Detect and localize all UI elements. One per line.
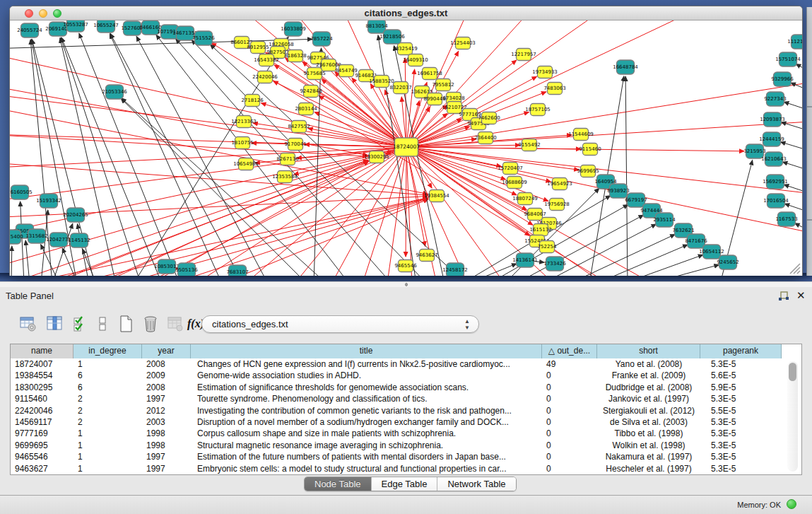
tab-node-table[interactable]: Node Table	[305, 477, 372, 491]
table-cell[interactable]: 0	[542, 451, 597, 462]
table-settings-button[interactable]	[18, 313, 39, 334]
table-cell[interactable]: 1997	[142, 451, 191, 462]
graph-node[interactable]: 8912955	[247, 42, 269, 54]
table-cell[interactable]: Yano et al. (2008)	[597, 358, 700, 370]
table-type-segmented-control[interactable]: Node Table Edge Table Network Table	[304, 477, 517, 491]
graph-node[interactable]: 2718126	[241, 95, 264, 107]
table-cell[interactable]: 0	[542, 370, 597, 381]
table-cell[interactable]: Structural magnetic resonance image aver…	[191, 440, 542, 451]
table-cell[interactable]: Embryonic stem cells: a model to study s…	[191, 463, 542, 474]
table-cell[interactable]: 1	[73, 358, 142, 370]
table-cell[interactable]: 5.3E-5	[700, 416, 782, 428]
graph-node[interactable]: 752254	[538, 241, 557, 253]
table-cell[interactable]: 0	[542, 440, 597, 451]
node-attribute-table[interactable]: name in_degree year title △ out_de... sh…	[10, 344, 802, 475]
graph-node[interactable]: 9242848	[300, 86, 322, 98]
graph-node[interactable]: 19734933	[532, 66, 558, 78]
table-cell[interactable]: 1997	[142, 393, 191, 404]
table-body[interactable]: 1872400712008Changes of HCN gene express…	[11, 358, 801, 474]
graph-node[interactable]: 16409310	[403, 54, 428, 66]
table-cell[interactable]: 1	[73, 440, 142, 451]
tab-network-table[interactable]: Network Table	[437, 477, 515, 491]
graph-node[interactable]: 12093873	[760, 112, 785, 127]
memory-ok-indicator[interactable]	[787, 499, 796, 509]
table-row[interactable]: 1830029562008Estimation of significance …	[11, 382, 801, 393]
graph-node[interactable]: 9505136	[175, 263, 198, 276]
graph-node[interactable]: 11254403	[450, 37, 476, 49]
scrollbar-thumb[interactable]	[789, 363, 796, 381]
graph-node[interactable]: 8267130	[276, 153, 298, 165]
table-row[interactable]: 2242004622012Investigating the contribut…	[11, 405, 801, 416]
table-cell[interactable]: 9699695	[11, 440, 73, 451]
graph-node[interactable]: 2935114	[653, 213, 676, 227]
graph-node[interactable]: 8427552	[288, 121, 310, 133]
graph-node[interactable]: 7857224	[310, 32, 333, 46]
column-header-out-degree[interactable]: △ out_de...	[542, 344, 597, 358]
table-cell[interactable]: 0	[542, 463, 597, 474]
graph-node[interactable]: 7483063	[543, 83, 565, 95]
graph-node[interactable]: 15692951	[763, 175, 788, 189]
table-row[interactable]: 1456911722003Disruption of a novel membe…	[11, 416, 801, 428]
window-resize-grip[interactable]	[790, 264, 800, 274]
table-cell[interactable]: 14569117	[11, 416, 73, 428]
panel-splitter[interactable]	[0, 281, 812, 287]
new-document-button[interactable]	[115, 313, 136, 334]
graph-node[interactable]: 1167533	[775, 212, 797, 226]
graph-node[interactable]: 2803144	[295, 103, 317, 115]
network-table-selector[interactable]: citations_edges.txt ▲▼	[201, 315, 479, 333]
table-cell[interactable]: Changes of HCN gene expression and I(f) …	[191, 358, 542, 370]
deselect-all-button[interactable]	[92, 313, 113, 334]
graph-node[interactable]: 9115460	[579, 144, 601, 156]
table-cell[interactable]: Wolkin et al. (1998)	[597, 440, 700, 451]
graph-node[interactable]: 11544609	[568, 129, 594, 141]
table-cell[interactable]: 5.6E-5	[700, 370, 782, 381]
table-cell[interactable]: 2	[73, 405, 142, 416]
table-row[interactable]: 1872400712008Changes of HCN gene express…	[11, 358, 801, 370]
graph-node[interactable]: 9463627	[416, 250, 437, 262]
table-cell[interactable]: Stergiakouli et al. (2012)	[597, 405, 700, 416]
graph-node[interactable]: 12444159	[759, 132, 784, 146]
network-canvas[interactable]: 1872400786601238912955182260589827503165…	[10, 21, 802, 276]
graph-node[interactable]: 1145132	[68, 233, 90, 247]
graph-node[interactable]: 11121044	[787, 35, 802, 49]
graph-node[interactable]: 15720407	[498, 163, 523, 175]
graph-node[interactable]: 16648784	[613, 60, 638, 74]
table-cell[interactable]: 0	[542, 405, 597, 416]
graph-node[interactable]: 7515526	[192, 31, 215, 45]
table-row[interactable]: 946554611997Estimation of the future num…	[11, 451, 801, 462]
table-cell[interactable]: 5.3E-5	[700, 393, 782, 404]
table-cell[interactable]: Nakamura et al. (1997)	[597, 451, 700, 462]
select-all-button[interactable]	[70, 313, 91, 334]
window-titlebar[interactable]: citations_edges.txt	[10, 6, 802, 21]
graph-node[interactable]: 24055724	[17, 23, 42, 37]
table-cell[interactable]: 0	[542, 428, 597, 439]
graph-node[interactable]: 9170041	[284, 139, 306, 151]
graph-node[interactable]: 19218506	[379, 30, 405, 44]
table-cell[interactable]: 9463627	[11, 463, 73, 474]
table-cell[interactable]: 9115460	[11, 393, 73, 404]
minimize-window-button[interactable]	[39, 9, 47, 18]
table-cell[interactable]: Dudbridge et al. (2008)	[597, 382, 700, 393]
graph-node[interactable]: 9699695	[577, 165, 599, 177]
graph-node[interactable]: 1315682	[25, 229, 47, 243]
column-header-short[interactable]: short	[597, 344, 700, 358]
graph-node[interactable]: 1810755	[231, 137, 253, 149]
graph-node[interactable]: 19384554	[424, 190, 449, 202]
table-cell[interactable]: 2	[73, 393, 142, 404]
table-cell[interactable]: Estimation of the future numbers of pati…	[191, 451, 542, 462]
float-panel-icon[interactable]	[778, 291, 789, 302]
table-cell[interactable]: 6	[73, 382, 142, 393]
table-cell[interactable]: Hescheler et al. (1997)	[597, 463, 700, 474]
table-cell[interactable]: 1998	[142, 428, 191, 439]
splitter-grip-icon[interactable]	[403, 283, 410, 286]
table-cell[interactable]: Investigating the contribution of common…	[191, 405, 542, 416]
graph-node[interactable]: 16210643	[761, 152, 787, 166]
network-graph[interactable]: 1872400786601238912955182260589827503165…	[10, 21, 802, 276]
column-header-pagerank[interactable]: pagerank	[700, 344, 782, 358]
graph-node[interactable]: 10553287	[63, 21, 88, 32]
table-row[interactable]: 977716911998Corpus callosum shape and si…	[11, 428, 801, 439]
graph-node[interactable]: 20204265	[63, 208, 88, 222]
graph-node[interactable]: 18724007	[393, 138, 420, 156]
graph-node[interactable]: 9155492	[518, 139, 540, 151]
table-row[interactable]: 969969511998Structural magnetic resonanc…	[11, 440, 801, 451]
